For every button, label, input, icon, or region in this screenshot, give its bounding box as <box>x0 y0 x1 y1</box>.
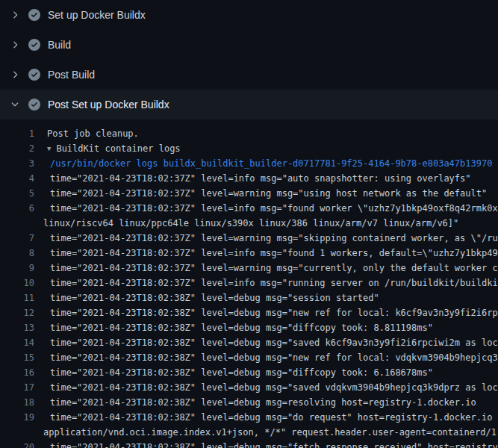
log-line-18: 18time="2021-04-23T18:02:38Z" level=debu… <box>0 395 498 410</box>
log-text: time="2021-04-23T18:02:38Z" level=debug … <box>50 335 498 350</box>
line-number[interactable]: 1 <box>0 126 34 141</box>
log-text: time="2021-04-23T18:02:38Z" level=debug … <box>50 290 379 305</box>
log-line-10: 10time="2021-04-23T18:02:37Z" level=info… <box>0 276 498 290</box>
log-text: time="2021-04-23T18:02:37Z" level=warnin… <box>50 186 487 201</box>
line-number[interactable]: 18 <box>0 395 34 410</box>
step-header-post-build[interactable]: Post Build <box>0 60 498 90</box>
line-number[interactable]: 20 <box>0 440 34 448</box>
log-line-17: 17time="2021-04-23T18:02:38Z" level=debu… <box>0 380 498 395</box>
actions-log-viewer: Set up Docker BuildxBuildPost BuildPost … <box>0 0 498 448</box>
log-line-15: 15time="2021-04-23T18:02:38Z" level=debu… <box>0 350 498 365</box>
line-number[interactable]: 4 <box>0 171 34 186</box>
line-number <box>0 425 34 440</box>
step-header-build[interactable]: Build <box>0 30 498 60</box>
line-number[interactable]: 7 <box>0 231 34 246</box>
step-header-set-up-docker-buildx[interactable]: Set up Docker Buildx <box>0 0 498 30</box>
log-text: application/vnd.oci.image.index.v1+json,… <box>43 425 498 440</box>
check-circle-icon <box>28 9 40 21</box>
check-circle-icon <box>28 39 40 51</box>
log-text: time="2021-04-23T18:02:37Z" level=info m… <box>50 276 498 290</box>
line-number[interactable]: 9 <box>0 261 34 276</box>
chevron-down-icon <box>9 99 21 111</box>
log-line-20: 20time="2021-04-23T18:02:38Z" level=debu… <box>0 440 498 448</box>
group-collapse-toggle-icon[interactable]: ▼ <box>47 141 51 156</box>
check-circle-icon <box>28 99 40 111</box>
step-label: Post Set up Docker Buildx <box>48 99 169 111</box>
log-text: Post job cleanup. <box>47 126 139 141</box>
log-line-4: 4time="2021-04-23T18:02:37Z" level=info … <box>0 171 498 186</box>
log-text: time="2021-04-23T18:02:38Z" level=debug … <box>50 380 498 395</box>
line-number[interactable]: 8 <box>0 246 34 261</box>
log-text: time="2021-04-23T18:02:38Z" level=debug … <box>50 350 498 365</box>
log-line-14: 14time="2021-04-23T18:02:38Z" level=debu… <box>0 335 498 350</box>
log-text: time="2021-04-23T18:02:38Z" level=debug … <box>50 305 498 320</box>
log-text: time="2021-04-23T18:02:38Z" level=debug … <box>50 395 476 410</box>
step-label: Build <box>48 39 71 51</box>
log-group-header: ▼BuildKit container logs <box>47 141 181 156</box>
log-line-7: 7time="2021-04-23T18:02:37Z" level=warni… <box>0 231 498 246</box>
chevron-right-icon <box>9 9 21 21</box>
log-text: time="2021-04-23T18:02:37Z" level=warnin… <box>50 231 498 246</box>
line-number[interactable]: 14 <box>0 335 34 350</box>
line-number[interactable]: 19 <box>0 410 34 425</box>
line-number[interactable]: 12 <box>0 305 34 320</box>
log-line-12: 12time="2021-04-23T18:02:38Z" level=debu… <box>0 305 498 320</box>
log-line-19: 19time="2021-04-23T18:02:38Z" level=debu… <box>0 410 498 425</box>
steps-list: Set up Docker BuildxBuildPost BuildPost … <box>0 0 498 119</box>
line-number[interactable]: 13 <box>0 320 34 335</box>
log-line-6: 6time="2021-04-23T18:02:37Z" level=info … <box>0 201 498 216</box>
chevron-right-icon <box>9 39 21 51</box>
log-line-1: 1Post job cleanup. <box>0 126 498 141</box>
log-text: linux/riscv64 linux/ppc64le linux/s390x … <box>43 216 458 231</box>
log-line-5: 5time="2021-04-23T18:02:37Z" level=warni… <box>0 186 498 201</box>
line-number[interactable]: 5 <box>0 186 34 201</box>
group-label[interactable]: BuildKit container logs <box>56 143 180 154</box>
log-text: time="2021-04-23T18:02:38Z" level=debug … <box>50 320 433 335</box>
log-text: time="2021-04-23T18:02:38Z" level=debug … <box>50 410 498 425</box>
line-number[interactable]: 3 <box>0 156 34 171</box>
line-number[interactable]: 15 <box>0 350 34 365</box>
line-number[interactable]: 10 <box>0 276 34 290</box>
step-label: Set up Docker Buildx <box>48 9 146 21</box>
chevron-right-icon <box>9 69 21 81</box>
log-text: time="2021-04-23T18:02:37Z" level=info m… <box>50 246 498 261</box>
line-number[interactable]: 6 <box>0 201 34 216</box>
step-label: Post Build <box>48 69 95 81</box>
log-line-9: 9time="2021-04-23T18:02:37Z" level=warni… <box>0 261 498 276</box>
line-number <box>0 216 34 231</box>
step-header-post-set-up-docker-buildx[interactable]: Post Set up Docker Buildx <box>0 90 498 119</box>
log-line-continuation: application/vnd.oci.image.index.v1+json,… <box>0 425 498 440</box>
line-number[interactable]: 17 <box>0 380 34 395</box>
log-line-11: 11time="2021-04-23T18:02:38Z" level=debu… <box>0 290 498 305</box>
log-line-16: 16time="2021-04-23T18:02:38Z" level=debu… <box>0 365 498 380</box>
log-line-2: 2▼BuildKit container logs <box>0 141 498 156</box>
line-number[interactable]: 2 <box>0 141 34 156</box>
line-number[interactable]: 11 <box>0 290 34 305</box>
log-text: time="2021-04-23T18:02:38Z" level=debug … <box>50 440 498 448</box>
log-panel: 1Post job cleanup.2▼BuildKit container l… <box>0 119 498 448</box>
log-text: time="2021-04-23T18:02:38Z" level=debug … <box>50 365 433 380</box>
log-text: time="2021-04-23T18:02:37Z" level=info m… <box>50 201 498 216</box>
log-line-3: 3/usr/bin/docker logs buildx_buildkit_bu… <box>0 156 498 171</box>
log-command-text: /usr/bin/docker logs buildx_buildkit_bui… <box>50 156 492 171</box>
line-number[interactable]: 16 <box>0 365 34 380</box>
log-line-8: 8time="2021-04-23T18:02:37Z" level=info … <box>0 246 498 261</box>
log-text: time="2021-04-23T18:02:37Z" level=warnin… <box>50 261 498 276</box>
log-line-continuation: linux/riscv64 linux/ppc64le linux/s390x … <box>0 216 498 231</box>
log-text: time="2021-04-23T18:02:37Z" level=info m… <box>50 171 471 186</box>
log-line-13: 13time="2021-04-23T18:02:38Z" level=debu… <box>0 320 498 335</box>
check-circle-icon <box>28 69 40 81</box>
